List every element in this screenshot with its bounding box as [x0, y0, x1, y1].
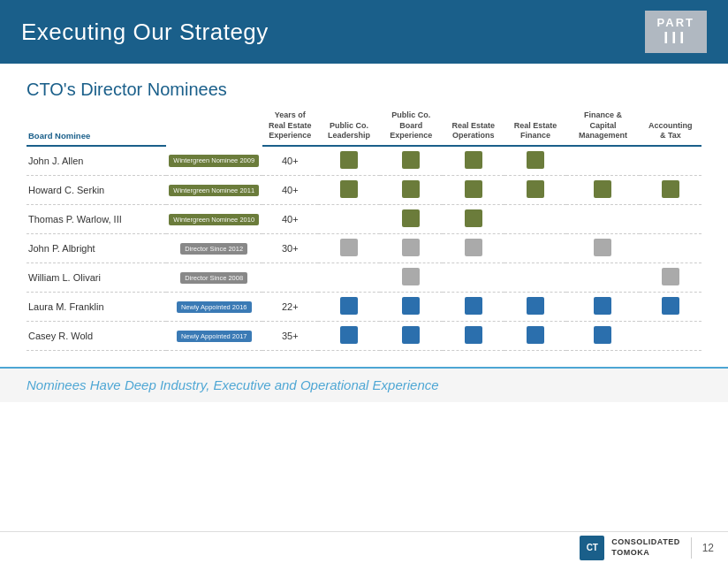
nominee-square-cell: [566, 234, 639, 263]
competency-square: [402, 326, 420, 344]
competency-square: [662, 268, 679, 285]
nominee-square-cell: [504, 263, 566, 293]
nominee-square-cell: [640, 322, 701, 351]
nominee-square-cell: [318, 263, 380, 293]
nominee-square-cell: [443, 263, 504, 293]
logo-line1: CONSOLIDATED: [611, 537, 679, 548]
nominee-square-cell: [318, 234, 380, 263]
nominee-square-cell: [640, 176, 701, 205]
competency-square: [465, 151, 482, 169]
competency-square: [527, 151, 544, 169]
nominee-square-cell: [318, 293, 380, 322]
logo-line2: TOMOKA: [611, 548, 679, 559]
competency-square: [340, 151, 358, 169]
competency-square: [465, 239, 482, 256]
competency-square: [402, 151, 420, 169]
section-title: CTO's Director Nominees: [27, 80, 701, 100]
competency-square: [594, 297, 611, 315]
nominees-table: Board Nominee Years ofReal EstateExperie…: [27, 110, 701, 351]
nominee-square-cell: [318, 205, 380, 234]
nominee-years: 40+: [262, 146, 318, 176]
table-row: Casey R. WoldNewly Appointed 201735+: [27, 322, 701, 351]
nominee-square-cell: [504, 205, 566, 234]
part-label: PART: [657, 16, 694, 29]
competency-square: [402, 180, 420, 198]
page-number: 12: [702, 542, 714, 554]
competency-square: [662, 180, 679, 198]
nominee-years: 22+: [262, 293, 318, 322]
page-title: Executing Our Strategy: [21, 19, 269, 46]
nominee-name: John J. Allen: [27, 146, 166, 176]
competency-square: [402, 239, 420, 256]
table-row: Howard C. SerkinWintergreen Nominee 2011…: [27, 176, 701, 205]
logo-initials: CT: [587, 543, 598, 552]
nominee-badge: Director Since 2008: [180, 272, 247, 285]
nominee-square-cell: [640, 263, 701, 293]
ct-logo-icon: CT: [580, 536, 604, 560]
nominee-square-cell: [640, 205, 701, 234]
nominee-badge-cell: Newly Appointed 2016: [166, 293, 262, 322]
competency-square: [402, 268, 420, 285]
nominee-square-cell: [566, 176, 639, 205]
nominee-name: Casey R. Wold: [27, 322, 166, 351]
nominee-badge: Wintergreen Nominee 2009: [169, 155, 259, 167]
nominee-name: Howard C. Serkin: [27, 176, 166, 205]
nominee-square-cell: [566, 293, 639, 322]
nominee-square-cell: [640, 146, 701, 176]
nominee-square-cell: [566, 205, 639, 234]
nominee-badge-cell: Director Since 2008: [166, 263, 262, 293]
nominee-square-cell: [380, 263, 442, 293]
nominee-square-cell: [318, 176, 380, 205]
col-header-fin-cap: Finance &CapitalManagement: [566, 110, 639, 146]
nominee-square-cell: [640, 234, 701, 263]
col-header-pub-lead: Public Co.Leadership: [318, 110, 380, 146]
competency-square: [465, 180, 482, 198]
footer-bar: Nominees Have Deep Industry, Executive a…: [0, 367, 728, 402]
nominee-badge: Newly Appointed 2016: [177, 301, 252, 314]
table-row: John P. AlbrightDirector Since 201230+: [27, 234, 701, 263]
competency-square: [402, 297, 420, 315]
competency-square: [340, 326, 358, 344]
col-header-pub-board: Public Co.BoardExperience: [380, 110, 442, 146]
nominee-years: 35+: [262, 322, 318, 351]
nominee-square-cell: [318, 146, 380, 176]
nominee-name: John P. Albright: [27, 234, 166, 263]
nominee-years: 30+: [262, 234, 318, 263]
nominee-square-cell: [380, 293, 442, 322]
col-header-acc-tax: Accounting& Tax: [640, 110, 701, 146]
nominee-square-cell: [380, 234, 442, 263]
nominee-square-cell: [318, 322, 380, 351]
competency-square: [340, 180, 358, 198]
col-header-re-fin: Real EstateFinance: [504, 110, 566, 146]
logo-text-block: CONSOLIDATED TOMOKA: [611, 537, 679, 558]
competency-square: [527, 297, 544, 315]
nominee-badge: Director Since 2012: [180, 243, 247, 255]
competency-square: [594, 326, 611, 344]
competency-square: [594, 180, 611, 198]
nominee-name: Thomas P. Warlow, III: [27, 205, 166, 234]
nominee-badge-cell: Wintergreen Nominee 2009: [166, 146, 262, 176]
nominee-years: 40+: [262, 176, 318, 205]
nominee-square-cell: [504, 293, 566, 322]
col-header-re-ops: Real EstateOperations: [443, 110, 504, 146]
part-roman: III: [657, 29, 694, 48]
nominee-name: William L. Olivari: [27, 263, 166, 293]
nominee-badge-cell: Director Since 2012: [166, 234, 262, 263]
main-content: CTO's Director Nominees Board Nominee Ye…: [0, 64, 728, 360]
nominee-square-cell: [504, 322, 566, 351]
page-header: Executing Our Strategy PART III: [0, 0, 728, 64]
nominee-badge: Newly Appointed 2017: [177, 331, 252, 343]
competency-square: [527, 180, 544, 198]
nominee-square-cell: [380, 176, 442, 205]
nominee-square-cell: [504, 176, 566, 205]
table-row: William L. OlivariDirector Since 2008: [27, 263, 701, 293]
nominee-square-cell: [504, 146, 566, 176]
nominee-badge: Wintergreen Nominee 2010: [169, 214, 259, 226]
part-badge: PART III: [645, 11, 707, 53]
nominee-square-cell: [504, 234, 566, 263]
competency-square: [465, 297, 482, 315]
nominee-square-cell: [640, 293, 701, 322]
competency-square: [465, 326, 482, 344]
nominee-years: 40+: [262, 205, 318, 234]
bottom-bar: CT CONSOLIDATED TOMOKA 12: [0, 531, 728, 563]
